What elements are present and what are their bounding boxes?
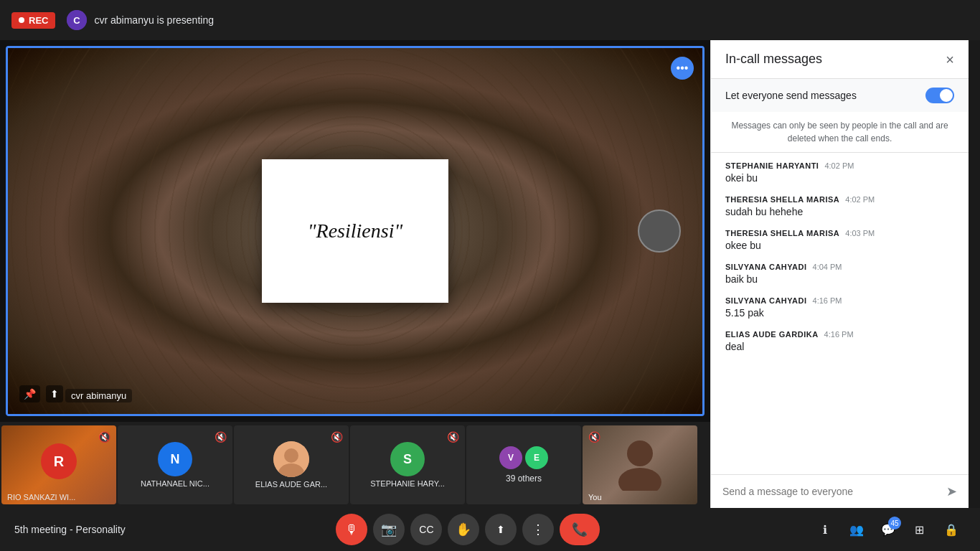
message-time: 4:02 PM: [845, 195, 875, 204]
bottom-controls: 🎙 📷 CC ✋ ⬆ ⋮ 📞: [336, 514, 600, 545]
captions-icon: CC: [419, 524, 433, 535]
more-options-button[interactable]: ⋮: [522, 514, 554, 545]
nathanael-name: NATHANAEL NIC...: [138, 479, 212, 488]
message-sender: THERESIA SHELLA MARISA: [725, 229, 839, 237]
message-header: SILVYANA CAHYADI 4:04 PM: [725, 263, 954, 271]
security-button[interactable]: 🔒: [937, 515, 966, 544]
activities-icon: ⊞: [915, 523, 924, 537]
info-button[interactable]: ℹ: [811, 515, 839, 544]
presentation-slide: "Resiliensi": [262, 159, 448, 303]
chat-badge: 45: [888, 517, 901, 529]
message-text: deal: [725, 341, 954, 352]
close-chat-button[interactable]: ×: [946, 52, 954, 67]
elias-name: ELIAS AUDE GAR...: [253, 480, 330, 489]
send-button[interactable]: ➤: [946, 484, 957, 499]
svg-text:C: C: [74, 15, 81, 26]
toggle-row: Let everyone send messages ✓: [711, 79, 969, 112]
message-text: 5.15 pak: [725, 307, 954, 319]
stephanie-name: STEPHANIE HARY...: [367, 479, 448, 488]
hand-icon: ✋: [456, 522, 471, 537]
presenter-avatar: C: [67, 10, 87, 30]
others-tile[interactable]: V E 39 others: [466, 425, 581, 504]
rec-label: REC: [29, 15, 48, 26]
participant-tile: S 🔇 STEPHANIE HARY...: [350, 425, 465, 504]
others-avatars: V E: [499, 446, 548, 469]
end-call-icon: 📞: [572, 522, 588, 537]
mini-avatar-e: E: [525, 446, 548, 469]
activities-button[interactable]: ⊞: [905, 515, 934, 544]
nathanael-avatar: N: [158, 442, 192, 476]
mute-icon-you: 🔇: [588, 431, 600, 443]
message-item: SILVYANA CAHYADI 4:16 PM 5.15 pak: [725, 296, 954, 319]
message-time: 4:16 PM: [824, 330, 854, 339]
message-item: ELIAS AUDE GARDIKA 4:16 PM deal: [725, 330, 954, 352]
chat-input[interactable]: [722, 486, 941, 497]
message-text: okei bu: [725, 172, 954, 184]
message-header: SILVYANA CAHYADI 4:16 PM: [725, 296, 954, 305]
chat-title: In-call messages: [725, 52, 822, 67]
present-screen-button[interactable]: ⬆: [485, 514, 517, 545]
captions-button[interactable]: CC: [410, 514, 442, 545]
toggle-switch[interactable]: ✓: [925, 88, 954, 103]
presenter-info: C cvr abimanyu is presenting: [67, 10, 214, 30]
message-header: ELIAS AUDE GARDIKA 4:16 PM: [725, 330, 954, 339]
message-time: 4:02 PM: [824, 161, 854, 170]
presenter-text: cvr abimanyu is presenting: [94, 14, 214, 26]
message-header: THERESIA SHELLA MARISA 4:02 PM: [725, 195, 954, 204]
stephanie-avatar: S: [390, 442, 425, 476]
security-icon: 🔒: [944, 523, 958, 537]
message-header: STEPHANIE HARYANTI 4:02 PM: [725, 161, 954, 170]
message-time: 4:16 PM: [813, 296, 842, 305]
chat-header: In-call messages ×: [711, 40, 969, 79]
message-text: baik bu: [725, 273, 954, 285]
raise-hand-button[interactable]: ✋: [448, 514, 479, 545]
message-text: okee bu: [725, 240, 954, 251]
rec-badge: REC: [11, 12, 55, 29]
chat-button[interactable]: 💬 45: [874, 515, 903, 544]
rec-dot: [19, 17, 24, 23]
message-item: THERESIA SHELLA MARISA 4:02 PM sudah bu …: [725, 195, 954, 217]
mic-button[interactable]: 🎙: [336, 514, 367, 545]
right-controls: ℹ 👥 💬 45 ⊞ 🔒: [811, 515, 966, 544]
toggle-label: Let everyone send messages: [725, 90, 857, 101]
pin-button[interactable]: 📌: [19, 385, 40, 402]
bottom-bar: 5th meeting - Personality 🎙 📷 CC ✋ ⬆ ⋮ 📞: [0, 508, 980, 551]
participant-tile: R 🔇 RIO SANKAZI WI...: [1, 425, 116, 504]
message-item: THERESIA SHELLA MARISA 4:03 PM okee bu: [725, 229, 954, 251]
camera-icon: 📷: [381, 522, 397, 537]
end-call-button[interactable]: 📞: [560, 514, 600, 545]
message-time: 4:04 PM: [813, 263, 842, 271]
participant-tile: N 🔇 NATHANAEL NIC...: [118, 425, 232, 504]
mini-avatar-v: V: [499, 446, 522, 469]
video-overlay-controls: 📌 ⬆: [19, 385, 63, 402]
message-header: THERESIA SHELLA MARISA 4:03 PM: [725, 229, 954, 237]
camera-button[interactable]: 📷: [373, 514, 405, 545]
participant-strip: R 🔇 RIO SANKAZI WI... N 🔇 NATHANAEL NIC.…: [0, 422, 710, 508]
slide-text: "Resiliensi": [308, 220, 402, 242]
video-options-button[interactable]: •••: [671, 57, 694, 80]
people-button[interactable]: 👥: [842, 515, 871, 544]
main-video-area: "Resiliensi" ••• 📌 ⬆ cvr abimanyu: [0, 40, 710, 422]
message-sender: STEPHANIE HARYANTI: [725, 161, 819, 170]
more-options-icon: ⋮: [532, 522, 545, 537]
messages-list: STEPHANIE HARYANTI 4:02 PM okei bu THERE…: [711, 153, 969, 474]
message-sender: ELIAS AUDE GARDIKA: [725, 330, 819, 339]
wood-background: "Resiliensi": [8, 48, 702, 414]
message-item: STEPHANIE HARYANTI 4:02 PM okei bu: [725, 161, 954, 184]
expand-button[interactable]: ⬆: [46, 385, 63, 402]
message-sender: THERESIA SHELLA MARISA: [725, 195, 839, 204]
mute-icon-rio: 🔇: [98, 431, 110, 443]
video-options-icon: •••: [677, 62, 689, 75]
mic-icon: 🎙: [345, 522, 358, 537]
rio-name: RIO SANKAZI WI...: [4, 493, 78, 501]
camera-circle: [638, 209, 681, 253]
svg-point-6: [618, 468, 661, 491]
present-icon: ⬆: [496, 524, 505, 535]
you-name: You: [585, 493, 605, 501]
main-video: "Resiliensi" ••• 📌 ⬆ cvr abimanyu: [6, 46, 705, 416]
elias-avatar: [273, 441, 309, 477]
you-tile: 🔇 You: [583, 425, 697, 504]
chat-panel: In-call messages × Let everyone send mes…: [710, 40, 969, 508]
message-sender: SILVYANA CAHYADI: [725, 296, 807, 305]
message-item: SILVYANA CAHYADI 4:04 PM baik bu: [725, 263, 954, 285]
